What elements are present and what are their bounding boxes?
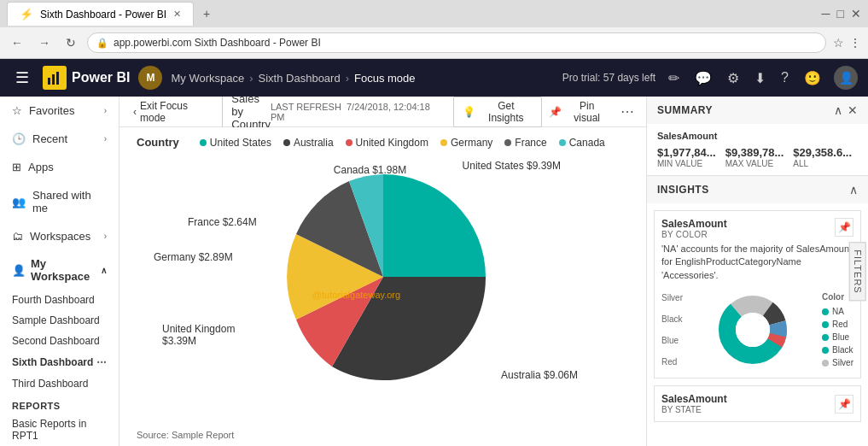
sixth-dashboard-more[interactable]: ··· (96, 355, 107, 369)
exit-focus-label: Exit Focus mode (140, 100, 215, 124)
my-workspace-arrow: ∧ (101, 266, 107, 275)
legend-dot-uk (346, 139, 352, 146)
summary-all-value: $29,358.6... (793, 146, 858, 159)
settings-btn[interactable]: ⋮ (849, 36, 861, 50)
legend-label-us: United States (210, 137, 271, 149)
legend-na: NA (822, 307, 853, 316)
legend-red: Red (822, 320, 853, 329)
pro-trial-text: Pro trial: 57 days left (562, 72, 655, 84)
sidebar-third-dashboard[interactable]: Third Dashboard (0, 373, 119, 394)
sidebar-sample-dashboard[interactable]: Sample Dashboard (0, 310, 119, 331)
sidebar-item-shared[interactable]: 👥 Shared with me (0, 181, 119, 222)
settings-nav-btn[interactable]: ⚙ (725, 67, 742, 89)
share-icon: 👥 (12, 196, 26, 208)
sidebar-item-favorites[interactable]: ☆ Favorites › (0, 97, 119, 125)
address-bar[interactable]: 🔒 app.powerbi.com Sixth Dashboard - Powe… (87, 32, 826, 53)
my-workspace-section[interactable]: 👤 My Workspace ∧ (0, 250, 119, 290)
legend-item-us: United States (200, 137, 271, 149)
breadcrumb-mode: Focus mode (354, 72, 416, 85)
exit-focus-btn[interactable]: ‹ Exit Focus mode (126, 97, 223, 127)
sidebar-item-recent[interactable]: 🕒 Recent › (0, 125, 119, 153)
legend-silver: Silver (822, 358, 853, 367)
pie-chart-svg (238, 149, 528, 405)
pin-visual-btn[interactable]: 📌 Pin visual (542, 97, 615, 126)
get-insights-btn[interactable]: 💡 Get Insights (453, 97, 542, 127)
feedback-btn[interactable]: 🙂 (801, 67, 824, 89)
insight-card-title-area: SalesAmount BY COLOR (661, 218, 727, 239)
bookmark-btn[interactable]: ☆ (833, 36, 844, 50)
chart-title: Country (137, 136, 179, 149)
comment-btn[interactable]: 💬 (692, 67, 714, 89)
donut-chart-container: Silver Black Blue Red (661, 289, 853, 371)
legend-blue: Blue (822, 332, 853, 342)
donut-label-black: Black (661, 314, 683, 324)
insights-collapse-btn[interactable]: ∧ (849, 183, 858, 197)
slice-us[interactable] (383, 174, 486, 277)
new-tab-btn[interactable]: + (199, 5, 214, 22)
download-btn[interactable]: ⬇ (752, 67, 768, 89)
legend-black: Black (822, 345, 853, 355)
label-au: Australia $9.06M (501, 369, 578, 381)
maximize-btn[interactable]: □ (837, 7, 844, 21)
pin-visual-label: Pin visual (565, 100, 609, 124)
breadcrumb-dashboard[interactable]: Sixth Dashboard (259, 72, 341, 85)
summary-close-btn[interactable]: ✕ (848, 103, 858, 117)
breadcrumb-sep-1: › (249, 72, 253, 85)
my-workspace-label: My Workspace (31, 257, 101, 283)
close-btn[interactable]: ✕ (851, 7, 861, 21)
sidebar-item-apps[interactable]: ⊞ Apps (0, 153, 119, 181)
back-btn[interactable]: ← (7, 34, 27, 51)
logo-text: Power BI (72, 70, 130, 85)
browser-tabs: ⚡ Sixth Dashboard - Power BI ✕ + ─ □ ✕ (0, 0, 868, 27)
insights-title: INSIGHTS (657, 184, 709, 196)
get-insights-label: Get Insights (479, 100, 533, 124)
pin-icon: 📌 (549, 106, 562, 118)
summary-collapse-btn[interactable]: ∧ (834, 103, 842, 117)
summary-title: SUMMARY (657, 104, 713, 116)
minimize-btn[interactable]: ─ (822, 7, 830, 21)
svg-rect-2 (56, 72, 59, 85)
summary-content: SalesAmount $1,977,84... MIN VALUE $9,38… (647, 124, 868, 175)
second-insight-title-area: SalesAmount BY STATE (661, 393, 727, 414)
focus-bar: ‹ Exit Focus mode Sales by Country LAST … (119, 97, 646, 127)
watermark: @tutorialgateway.org (312, 289, 400, 301)
recent-label: Recent (32, 132, 97, 145)
legend-item-au: Australia (283, 137, 334, 149)
focus-bar-title: Sales by Country (231, 97, 271, 131)
more-options-btn[interactable]: ⋯ (615, 102, 639, 121)
help-btn[interactable]: ? (778, 67, 791, 88)
refresh-btn[interactable]: ↻ (61, 34, 80, 51)
legend-item-uk: United Kingdom (346, 137, 428, 149)
nav-user-avatar-btn[interactable]: 👤 (834, 66, 858, 90)
legend-dot-us (200, 139, 207, 146)
sidebar-basic-reports[interactable]: Basic Reports in RPT1 (0, 414, 119, 446)
second-insight-pin-btn[interactable]: 📌 (835, 395, 853, 414)
legend-label-ca: Canada (569, 137, 605, 149)
summary-max-value: $9,389,78... (725, 146, 790, 159)
insight-pin-btn[interactable]: 📌 (835, 218, 853, 237)
hamburger-btn[interactable]: ☰ (10, 65, 34, 91)
insight-card-header: SalesAmount BY COLOR 📌 (661, 218, 853, 239)
active-tab: ⚡ Sixth Dashboard - Power BI ✕ (7, 2, 194, 26)
forward-btn[interactable]: → (34, 34, 55, 51)
donut-left-labels: Silver Black Blue Red (661, 293, 683, 367)
filters-tab[interactable]: FILTERS (848, 242, 865, 301)
address-text: app.powerbi.com Sixth Dashboard - Power … (114, 37, 321, 49)
insight-card-subtitle: BY COLOR (661, 230, 727, 239)
user-initial: M (146, 72, 154, 84)
insights-section: INSIGHTS ∧ SalesAmount BY COLOR 📌 'NA' a… (647, 176, 868, 446)
edit-btn[interactable]: ✏ (666, 67, 682, 89)
sidebar-item-workspaces[interactable]: 🗂 Workspaces › (0, 222, 119, 250)
chart-legend: Country United States Australia United K… (137, 136, 629, 149)
user-avatar[interactable]: M (138, 66, 162, 90)
summary-header[interactable]: SUMMARY ∧ ✕ (647, 97, 868, 124)
breadcrumb-workspace[interactable]: My Workspace (171, 72, 244, 85)
sidebar-fourth-dashboard[interactable]: Fourth Dashboard (0, 290, 119, 310)
donut-right-legend: Color NA Red Blue (822, 292, 853, 367)
summary-all-label: ALL (793, 159, 858, 168)
insights-header[interactable]: INSIGHTS ∧ (647, 176, 868, 203)
sidebar-sixth-dashboard[interactable]: Sixth Dashboard ··· (0, 351, 119, 373)
sidebar-second-dashboard[interactable]: Second Dashboard (0, 331, 119, 351)
label-uk: United Kingdom$3.39M (162, 323, 235, 347)
tab-close-btn[interactable]: ✕ (173, 9, 181, 20)
